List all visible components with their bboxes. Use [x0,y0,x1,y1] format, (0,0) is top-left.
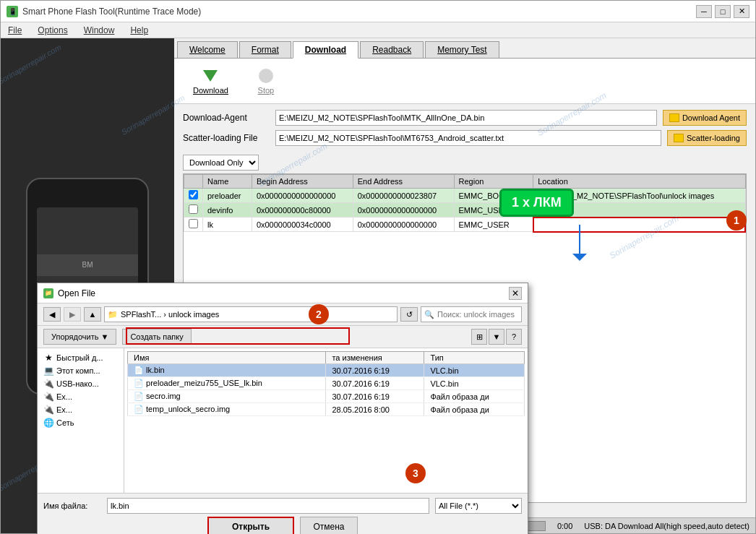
download-label: Download [193,86,228,95]
download-button[interactable]: Download [186,64,236,98]
open-file-dialog: 📁 Open File ✕ ◀ ▶ ▲ 📁 SPFlashT... › unlo… [37,283,528,534]
filetype-select[interactable]: All File (*.*) [435,498,522,514]
window-controls: ─ □ ✕ [696,5,749,18]
status-time: 0:00 [557,522,572,530]
nav-item-usb[interactable]: 🔌 USB-нако... [40,377,121,390]
menu-options[interactable]: Options [33,24,72,37]
close-button[interactable]: ✕ [734,5,749,18]
row-checkbox[interactable] [189,190,198,199]
row-checkbox[interactable] [189,204,198,214]
menu-window[interactable]: Window [80,24,119,37]
row-end: 0x0000000000023807 [353,189,454,203]
file-date: 30.07.2016 6:19 [326,364,424,377]
search-box: 🔍 [421,306,522,322]
file-row-preloader[interactable]: 📄 preloader_meizu755_USE_lk.bin 30.07.20… [128,377,525,390]
new-folder-button[interactable]: Создать папку [122,329,191,345]
mode-select[interactable]: Download Only [183,155,259,171]
file-row-secro[interactable]: 📄 secro.img 30.07.2016 6:19 Файл образа … [128,390,525,403]
scatter-browse-button[interactable]: Scatter-loading [667,130,747,146]
file-date: 30.07.2016 6:19 [326,390,424,403]
nav-item-ex2[interactable]: 🔌 Ex... [40,403,121,416]
dialog-close-button[interactable]: ✕ [509,287,522,300]
view-details-button[interactable]: ⊞ [471,329,487,345]
menu-help[interactable]: Help [126,24,153,37]
table-row: devinfo 0x000000000c80000 0x000000000000… [184,203,746,218]
row-name: devinfo [203,203,252,218]
nav-up-button[interactable]: ▲ [84,307,101,322]
row-begin: 0x0000000000000000 [252,189,353,203]
filename-label: Имя файла: [43,501,101,510]
file-list-table: Имя та изменения Тип 📄 lk.bin 30.07.2016… [127,351,525,416]
nav-item-label: USB-нако... [56,379,99,388]
tab-bar: Welcome Format Download Readback Memory … [174,38,755,59]
menu-file[interactable]: File [4,24,26,37]
filename-input[interactable] [107,498,429,514]
da-browse-button[interactable]: Download Agent [663,110,747,126]
file-icon-name: 📄 preloader_meizu755_USE_lk.bin [128,377,326,390]
file-type: Файл образа ди [424,403,525,416]
row-check [184,218,203,232]
file-icon-name: 📄 lk.bin [128,364,326,377]
nav-item-network[interactable]: 🌐 Сеть [40,416,121,429]
dialog-icon: 📁 [43,288,53,298]
ex1-icon: 🔌 [43,392,53,401]
cancel-button[interactable]: Отмена [300,517,358,534]
folder-icon [669,113,679,122]
col-date: та изменения [326,352,424,364]
nav-item-quick[interactable]: ★ Быстрый д... [40,351,121,364]
nav-item-label: Ex... [56,405,72,414]
refresh-button[interactable]: ↺ [400,307,418,322]
app-icon: 📱 [7,6,18,17]
da-btn-label: Download Agent [682,113,740,122]
file-type: Файл образа ди [424,390,525,403]
col-check [184,175,203,189]
stop-icon [257,67,275,85]
nav-back-button[interactable]: ◀ [43,307,61,322]
row-checkbox[interactable] [189,219,198,228]
open-button[interactable]: Открыть [207,517,294,534]
folder-icon-nav: 📁 [108,310,118,319]
dialog-buttons: Открыть Отмена [43,517,522,534]
col-location: Location [533,175,745,189]
scatter-btn-label: Scatter-loading [687,134,740,142]
view-toggle-button[interactable]: ▼ [489,329,504,345]
tab-format[interactable]: Format [239,41,291,58]
file-icon: 📄 [134,379,144,387]
col-filename: Имя [128,352,326,364]
file-icon: 📄 [134,405,144,413]
nav-item-label: Этот комп... [56,366,100,375]
file-type: VLC.bin [424,377,525,390]
callout-text: 1 х ЛКМ [512,195,562,210]
stop-label: Stop [258,86,275,95]
dialog-title: Open File [58,288,95,298]
row-begin: 0x000000000c80000 [252,203,353,218]
filename-row: Имя файла: All File (*.*) [43,498,522,514]
dialog-toolbar: ◀ ▶ ▲ 📁 SPFlashT... › unlock images ↺ 🔍 [38,303,528,326]
col-type: Тип [424,352,525,364]
nav-item-ex1[interactable]: 🔌 Ex... [40,390,121,403]
minimize-button[interactable]: ─ [696,5,712,18]
file-row-lk[interactable]: 📄 lk.bin 30.07.2016 6:19 VLC.bin [128,364,525,377]
nav-forward-button[interactable]: ▶ [64,307,81,322]
tab-memory-test[interactable]: Memory Test [425,41,499,58]
maximize-button[interactable]: □ [715,5,731,18]
organize-button[interactable]: Упорядочить ▼ [43,329,116,345]
scatter-input[interactable] [275,130,661,146]
mode-row: Download Only [174,152,755,173]
tab-readback[interactable]: Readback [360,41,424,58]
search-input[interactable] [437,310,518,319]
dialog-actionbar: Упорядочить ▼ Создать папку ⊞ ▼ ? [38,326,528,348]
stop-button[interactable]: Stop [250,64,282,98]
file-row-temp[interactable]: 📄 temp_unlock_secro.img 28.05.2016 8:00 … [128,403,525,416]
tab-welcome[interactable]: Welcome [177,41,238,58]
tab-download[interactable]: Download [293,41,358,59]
quick-access-icon: ★ [43,353,53,362]
table-row: lk 0x0000000034c0000 0x0000000000000000 … [184,218,746,232]
help-button[interactable]: ? [506,329,522,345]
dialog-bottom: Имя файла: All File (*.*) Открыть Отмена [38,493,528,534]
nav-item-computer[interactable]: 💻 Этот комп... [40,364,121,377]
da-input[interactable] [275,110,657,126]
file-icon-name: 📄 secro.img [128,390,326,403]
da-label: Download-Agent [183,113,270,123]
dialog-titlebar-left: 📁 Open File [43,288,95,298]
